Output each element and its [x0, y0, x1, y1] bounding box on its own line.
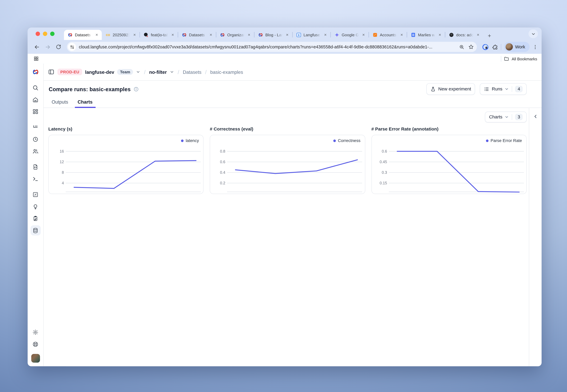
langfuse-app: PROD-EU langfuse-dev Team / no-filter / … [28, 64, 542, 366]
svg-text:CO: CO [106, 34, 110, 37]
tab-close-icon[interactable]: ✕ [476, 32, 480, 37]
browser-tab[interactable]: CO 20250923 ✕ [102, 30, 140, 40]
sidebar-toggle-icon[interactable] [48, 69, 55, 75]
sidebar-item-annotation-queues[interactable] [30, 213, 41, 223]
browser-tab[interactable]: Blog - Lang ✕ [255, 30, 292, 40]
browser-tab[interactable]: Google Ger ✕ [331, 30, 369, 40]
line-chart: 0.80.60.40.2 [210, 135, 365, 194]
tab-close-icon[interactable]: ✕ [95, 32, 99, 37]
sidebar-item-scores[interactable] [30, 189, 41, 199]
new-tab-button[interactable]: ＋ [487, 33, 492, 38]
kebab-menu-icon[interactable] [533, 44, 538, 50]
tab-close-icon[interactable]: ✕ [361, 32, 366, 37]
zoom-window-icon[interactable] [50, 32, 55, 36]
chevron-down-icon [531, 32, 535, 36]
tab-close-icon[interactable]: ✕ [132, 32, 137, 37]
zoom-level-icon[interactable] [459, 44, 465, 50]
browser-tab[interactable]: 6 Langfuse - ✕ [293, 30, 330, 40]
sidebar-item-sessions[interactable] [30, 134, 41, 144]
tab-favicon-icon [449, 32, 454, 38]
all-bookmarks[interactable]: All Bookmarks [501, 56, 537, 62]
tab-search-button[interactable] [528, 29, 538, 38]
info-icon[interactable] [134, 86, 139, 92]
breadcrumb-dataset-name[interactable]: basic-examples [210, 69, 243, 75]
browser-tab[interactable]: ✕ feat(io-tab ✕ [140, 30, 178, 40]
browser-tab[interactable]: Datasets | L ✕ [178, 30, 216, 40]
tab-close-icon[interactable]: ✕ [247, 32, 251, 37]
tab-favicon-icon [334, 32, 340, 38]
org-name[interactable]: langfuse-dev [85, 69, 114, 75]
sidebar-item-playground[interactable] [30, 174, 41, 184]
tab-charts[interactable]: Charts [75, 99, 96, 108]
sidebar-item-home[interactable] [30, 95, 41, 105]
browser-tab[interactable]: Datasets | L ✕ [64, 30, 102, 40]
browser-tab[interactable]: Accounts | ✕ [369, 30, 407, 40]
desktop: Datasets | L ✕ CO 20250923 ✕ ✕ feat(io-t… [0, 0, 567, 392]
url-bar[interactable]: cloud.langfuse.com/project/cmfwgv8fx002o… [67, 42, 477, 52]
tab-favicon-icon [411, 32, 416, 38]
chevron-down-icon [505, 87, 509, 91]
browser-tab[interactable]: Organizatio ✕ [216, 30, 254, 40]
sidebar-item-settings[interactable] [30, 327, 41, 337]
org-switcher-chevron-icon[interactable] [136, 70, 140, 74]
svg-text:0.6: 0.6 [220, 160, 226, 164]
panel-expand-button[interactable] [531, 112, 539, 120]
tab-strip: Datasets | L ✕ CO 20250923 ✕ ✕ feat(io-t… [28, 28, 542, 40]
breadcrumb: PROD-EU langfuse-dev Team / no-filter / … [43, 64, 542, 81]
tab-outputs[interactable]: Outputs [49, 99, 71, 108]
browser-tab[interactable]: Marlies we ✕ [407, 30, 445, 40]
sidebar-nav [30, 83, 41, 237]
charts-count-badge: 3 [515, 114, 523, 120]
tab-close-icon[interactable]: ✕ [285, 32, 289, 37]
bookmark-star-icon[interactable] [468, 44, 474, 50]
app-sidebar [28, 64, 44, 366]
site-info-icon[interactable] [68, 43, 76, 51]
runs-button[interactable]: Runs 4 [480, 83, 527, 95]
tab-title: Google Ger [341, 33, 359, 37]
close-window-icon[interactable] [36, 32, 40, 36]
tab-close-icon[interactable]: ✕ [209, 32, 213, 37]
tab-close-icon[interactable]: ✕ [171, 32, 175, 37]
project-name[interactable]: no-filter [149, 69, 167, 75]
tab-close-icon[interactable]: ✕ [438, 32, 442, 37]
sidebar-bottom-nav [30, 327, 41, 351]
sidebar-item-users[interactable] [30, 146, 41, 156]
sidebar-item-tracing[interactable] [30, 122, 41, 132]
sidebar-item-insights[interactable] [30, 201, 41, 211]
charts-select-label: Charts [489, 114, 502, 120]
line-chart: 0.60.450.30.15 [372, 135, 526, 194]
scores-icon [32, 191, 39, 197]
tab-favicon-icon: 6 [296, 32, 301, 38]
breadcrumb-datasets-link[interactable]: Datasets [183, 69, 201, 75]
tab-close-icon[interactable]: ✕ [323, 32, 327, 37]
project-switcher-chevron-icon[interactable] [170, 70, 174, 74]
runs-label: Runs [492, 86, 502, 92]
apps-grid-icon[interactable] [33, 56, 39, 61]
extensions-puzzle-icon[interactable] [492, 44, 498, 50]
user-avatar[interactable] [31, 354, 40, 363]
new-experiment-button[interactable]: New experiment [426, 83, 475, 95]
sidebar-item-dashboards[interactable] [30, 106, 41, 117]
minimize-window-icon[interactable] [43, 32, 47, 36]
browser-tab[interactable]: docs: add ✕ [445, 30, 483, 40]
back-arrow-icon [34, 44, 40, 50]
forward-button[interactable] [43, 42, 52, 52]
langfuse-logo-icon[interactable] [31, 68, 40, 76]
browser-window: Datasets | L ✕ CO 20250923 ✕ ✕ feat(io-t… [28, 28, 542, 366]
browser-profile-chip[interactable]: Work [504, 42, 530, 52]
sidebar-item-support[interactable] [30, 339, 41, 349]
sidebar-item-prompts[interactable] [30, 162, 41, 172]
runs-count-badge: 4 [515, 86, 523, 92]
tab-title: Accounts | [380, 33, 397, 37]
password-manager-icon[interactable] [482, 43, 489, 50]
header-actions: New experiment Runs 4 [426, 83, 537, 95]
charts-select-button[interactable]: Charts 3 [485, 112, 527, 123]
sidebar-item-datasets[interactable] [30, 225, 41, 236]
sidebar-item-search[interactable] [30, 83, 41, 93]
back-button[interactable] [32, 42, 41, 52]
tab-favicon-icon: CO [105, 32, 111, 38]
bookmarks-divider [501, 56, 501, 62]
tab-close-icon[interactable]: ✕ [400, 32, 404, 37]
charts-content: Charts 3 Latency (s) latency [43, 108, 542, 366]
reload-button[interactable] [54, 42, 63, 52]
